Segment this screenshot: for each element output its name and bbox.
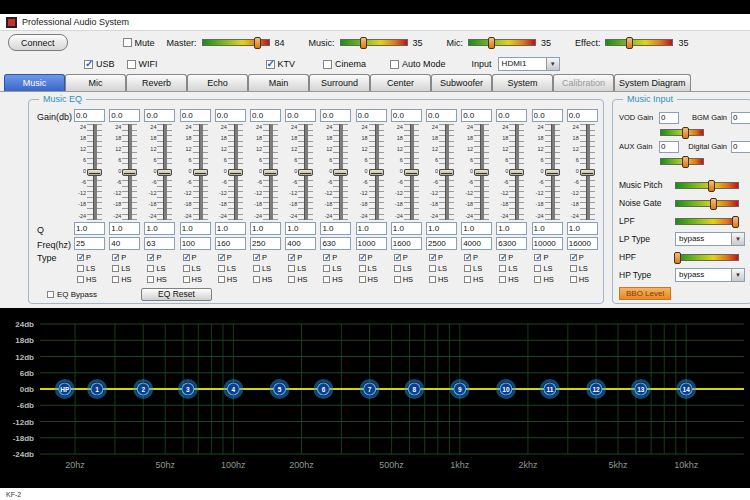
eq-type-p-checkbox[interactable] [394,254,401,261]
eq-type-row-ls[interactable]: LS [72,263,107,274]
eq-type-row-p[interactable]: P [178,252,213,263]
eq-freq-input-3[interactable] [144,237,175,250]
eq-gain-slider-4[interactable]: 24181260-6-12-18-24 [183,124,208,220]
eq-type-row-ls[interactable]: LS [107,263,142,274]
slider-handle[interactable] [674,252,681,264]
eq-slider-track[interactable] [474,124,489,220]
eq-type-hs-checkbox[interactable] [218,276,225,283]
eq-gain-input-11[interactable] [426,109,457,122]
connect-button[interactable]: Connect [8,34,68,51]
eq-type-row-p[interactable]: P [283,252,318,263]
slider-handle[interactable] [360,37,367,49]
eq-type-hs-checkbox[interactable] [464,276,471,283]
music-volume-slider[interactable] [340,39,408,46]
eq-type-hs-checkbox[interactable] [112,276,119,283]
eq-type-hs-checkbox[interactable] [570,276,577,283]
eq-type-row-p[interactable]: P [248,252,283,263]
eq-type-row-hs[interactable]: HS [389,274,424,285]
eq-freq-input-1[interactable] [74,237,105,250]
eq-type-p-checkbox[interactable] [464,254,471,261]
aux-gain-slider[interactable] [660,158,704,165]
eq-type-row-hs[interactable]: HS [248,274,283,285]
eq-type-p-checkbox[interactable] [288,254,295,261]
eq-gain-input-6[interactable] [250,109,281,122]
eq-type-ls-checkbox[interactable] [464,265,471,272]
eq-type-ls-checkbox[interactable] [183,265,190,272]
eq-gain-slider-3[interactable]: 24181260-6-12-18-24 [147,124,172,220]
eq-type-row-ls[interactable]: LS [318,263,353,274]
eq-type-row-hs[interactable]: HS [283,274,318,285]
eq-type-p-checkbox[interactable] [570,254,577,261]
eq-gain-slider-1[interactable]: 24181260-6-12-18-24 [77,124,102,220]
eq-gain-input-13[interactable] [496,109,527,122]
eq-slider-track[interactable] [404,124,419,220]
eq-slider-track[interactable] [122,124,137,220]
eq-slider-track[interactable] [193,124,208,220]
eq-type-row-hs[interactable]: HS [494,274,529,285]
eq-q-input-13[interactable] [496,222,527,235]
slider-handle[interactable] [682,156,689,168]
tab-system[interactable]: System [492,74,553,91]
eq-type-row-p[interactable]: P [213,252,248,263]
eq-type-row-p[interactable]: P [459,252,494,263]
eq-slider-track[interactable] [228,124,243,220]
eq-freq-input-6[interactable] [250,237,281,250]
eq-type-row-ls[interactable]: LS [142,263,177,274]
ktv-toggle[interactable]: KTV [266,59,296,69]
eq-q-input-8[interactable] [320,222,351,235]
eq-type-p-checkbox[interactable] [499,254,506,261]
eq-type-row-ls[interactable]: LS [565,263,600,274]
eq-gain-input-14[interactable] [532,109,563,122]
eq-type-ls-checkbox[interactable] [288,265,295,272]
bbo-level-button[interactable]: BBO Level [619,287,671,300]
aux-gain-input[interactable] [659,141,679,153]
eq-slider-handle[interactable] [333,169,348,176]
eq-type-row-p[interactable]: P [424,252,459,263]
eq-slider-handle[interactable] [509,169,524,176]
bgm-gain-input[interactable] [731,112,750,124]
eq-slider-handle[interactable] [157,169,172,176]
music-pitch-slider[interactable] [675,182,739,189]
eq-type-p-checkbox[interactable] [323,254,330,261]
eq-type-ls-checkbox[interactable] [147,265,154,272]
auto-mode-checkbox[interactable] [390,60,399,69]
eq-type-row-hs[interactable]: HS [107,274,142,285]
eq-gain-input-5[interactable] [215,109,246,122]
eq-type-row-p[interactable]: P [142,252,177,263]
eq-type-hs-checkbox[interactable] [77,276,84,283]
eq-slider-handle[interactable] [87,169,102,176]
eq-freq-input-2[interactable] [109,237,140,250]
eq-type-hs-checkbox[interactable] [288,276,295,283]
eq-type-ls-checkbox[interactable] [77,265,84,272]
eq-gain-slider-2[interactable]: 24181260-6-12-18-24 [112,124,137,220]
eq-type-row-p[interactable]: P [389,252,424,263]
mute-checkbox[interactable] [123,38,132,47]
eq-gain-input-9[interactable] [356,109,387,122]
eq-gain-slider-6[interactable]: 24181260-6-12-18-24 [253,124,278,220]
eq-gain-input-12[interactable] [461,109,492,122]
eq-freq-input-8[interactable] [320,237,351,250]
hpf-slider[interactable] [675,254,739,261]
eq-slider-track[interactable] [87,124,102,220]
eq-gain-slider-9[interactable]: 24181260-6-12-18-24 [359,124,384,220]
eq-type-p-checkbox[interactable] [429,254,436,261]
eq-q-input-11[interactable] [426,222,457,235]
slider-handle[interactable] [626,37,633,49]
eq-type-row-p[interactable]: P [72,252,107,263]
eq-type-hs-checkbox[interactable] [323,276,330,283]
eq-reset-button[interactable]: EQ Reset [141,288,212,301]
eq-slider-track[interactable] [263,124,278,220]
tab-main[interactable]: Main [248,74,309,91]
wifi-toggle[interactable]: WIFI [127,59,158,69]
eq-type-row-ls[interactable]: LS [389,263,424,274]
eq-type-row-hs[interactable]: HS [354,274,389,285]
eq-type-hs-checkbox[interactable] [499,276,506,283]
ktv-checkbox[interactable] [266,60,275,69]
lpf-slider[interactable] [675,218,739,225]
eq-type-ls-checkbox[interactable] [359,265,366,272]
eq-gain-input-3[interactable] [144,109,175,122]
eq-gain-input-7[interactable] [285,109,316,122]
eq-q-input-6[interactable] [250,222,281,235]
eq-type-hs-checkbox[interactable] [394,276,401,283]
eq-gain-slider-12[interactable]: 24181260-6-12-18-24 [464,124,489,220]
